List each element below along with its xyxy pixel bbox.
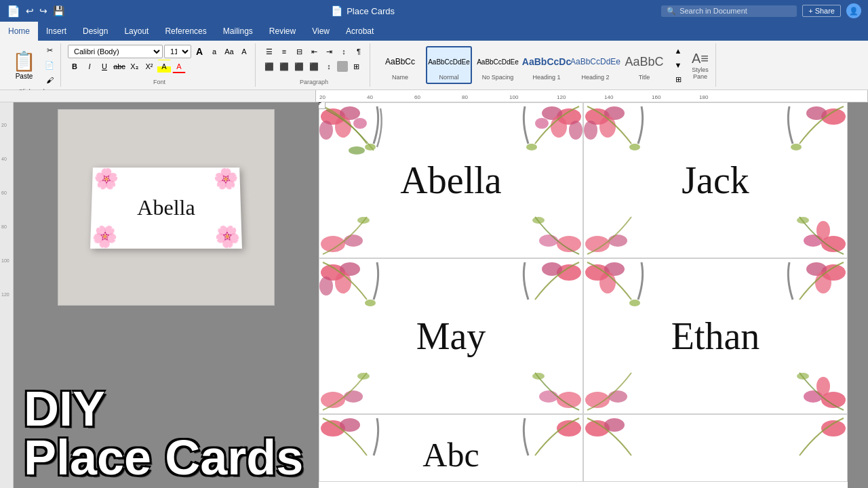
style-heading1[interactable]: AaBbCcDc Heading 1 xyxy=(524,46,570,84)
italic-button[interactable]: I xyxy=(83,60,96,73)
line-spacing-button[interactable]: ↕ xyxy=(322,60,336,73)
place-card-ethan[interactable]: Ethan xyxy=(583,258,848,414)
tab-review[interactable]: Review xyxy=(261,22,304,41)
underline-button[interactable]: U xyxy=(98,60,111,73)
place-card-partial-right[interactable] xyxy=(583,414,848,482)
align-left-button[interactable]: ⬛ xyxy=(262,60,276,73)
font-row-2: B I U abc X₂ X² A A xyxy=(68,60,186,73)
user-avatar[interactable]: 👤 xyxy=(846,3,861,18)
borders-button[interactable]: ⊞ xyxy=(349,60,363,73)
font-group-label: Font xyxy=(68,77,251,85)
diy-line2: Place Cards xyxy=(24,433,303,482)
title-center: 📄 Place Cards xyxy=(331,5,395,16)
style-h1-preview: AaBbCcDc xyxy=(522,49,571,74)
align-right-button[interactable]: ⬛ xyxy=(292,60,306,73)
undo-btn[interactable]: ↩ xyxy=(26,5,34,16)
shading-button[interactable] xyxy=(337,61,348,72)
tab-mailings[interactable]: Mailings xyxy=(215,22,261,41)
search-placeholder: Search in Document xyxy=(679,7,747,15)
show-marks-button[interactable]: ¶ xyxy=(352,45,366,58)
ruler-main: 20 40 60 80 100 120 140 160 180 xyxy=(315,90,868,102)
tab-references[interactable]: References xyxy=(157,22,214,41)
font-size-select[interactable]: 11 xyxy=(164,45,191,58)
svg-point-23 xyxy=(629,144,640,150)
svg-point-10 xyxy=(569,121,583,140)
style-name[interactable]: AaBbCc Name xyxy=(377,46,423,84)
paste-button[interactable]: 📋 Paste xyxy=(7,49,41,81)
place-card-partial-left[interactable]: Abc xyxy=(319,414,583,482)
title-right: 🔍 Search in Document + Share 👤 xyxy=(661,3,861,18)
styles-scroll-down[interactable]: ▼ xyxy=(671,58,685,72)
tab-layout[interactable]: Layout xyxy=(116,22,157,41)
styles-pane-button[interactable]: A≡ Styles Pane xyxy=(689,48,711,83)
font-grow-button[interactable]: A xyxy=(193,45,206,58)
tab-home[interactable]: Home xyxy=(0,22,38,41)
svg-point-45 xyxy=(532,373,545,380)
app-icon: 📄 xyxy=(331,5,342,16)
change-case-button[interactable]: Aa xyxy=(222,45,236,58)
subscript-button[interactable]: X₂ xyxy=(127,60,141,73)
bold-button[interactable]: B xyxy=(68,60,81,73)
tab-acrobat[interactable]: Acrobat xyxy=(338,22,382,41)
svg-point-41 xyxy=(344,390,363,403)
cut-button[interactable]: ✂ xyxy=(43,43,56,57)
font-color-button[interactable]: A xyxy=(172,60,186,73)
tab-insert[interactable]: Insert xyxy=(38,22,75,41)
save-btn[interactable]: 💾 xyxy=(53,5,64,16)
document-area: + xyxy=(319,102,868,488)
strikethrough-button[interactable]: abc xyxy=(113,60,126,73)
justify-button[interactable]: ⬛ xyxy=(307,60,321,73)
superscript-button[interactable]: X² xyxy=(142,60,156,73)
place-card-jack[interactable]: Jack xyxy=(583,102,848,258)
svg-point-4 xyxy=(353,118,367,129)
redo-btn[interactable]: ↪ xyxy=(39,5,47,16)
search-icon: 🔍 xyxy=(667,7,676,16)
document-page: + xyxy=(319,102,848,488)
style-normal-label: Normal xyxy=(439,74,458,81)
paste-icon: 📋 xyxy=(12,50,36,73)
paragraph-row-2: ⬛ ⬛ ⬛ ⬛ ↕ ⊞ xyxy=(262,60,363,73)
table-add-button[interactable]: + xyxy=(319,102,326,109)
sort-button[interactable]: ↕ xyxy=(337,45,351,58)
styles-scroll-up[interactable]: ▲ xyxy=(671,44,685,58)
increase-indent-button[interactable]: ⇥ xyxy=(322,45,336,58)
style-title[interactable]: AaBbC Title xyxy=(621,46,667,84)
svg-point-54 xyxy=(608,390,627,403)
place-card-may[interactable]: May xyxy=(319,258,583,414)
font-group: Calibri (Body) 11 A a Aa A B I U abc X₂ … xyxy=(64,43,256,87)
decrease-indent-button[interactable]: ⇤ xyxy=(307,45,321,58)
clear-format-button[interactable]: A xyxy=(237,45,251,58)
tab-view[interactable]: View xyxy=(304,22,338,41)
style-normal[interactable]: AaBbCcDdEe Normal xyxy=(426,46,472,84)
font-family-select[interactable]: Calibri (Body) xyxy=(68,45,163,58)
svg-point-11 xyxy=(535,118,549,129)
copy-button[interactable]: 📄 xyxy=(43,58,56,72)
style-heading2[interactable]: AaBbCcDdEe Heading 2 xyxy=(572,46,618,84)
search-bar[interactable]: 🔍 Search in Document xyxy=(661,5,797,17)
style-no-spacing[interactable]: AaBbCcDdEe No Spacing xyxy=(475,46,521,84)
align-center-button[interactable]: ⬛ xyxy=(277,60,291,73)
word-icon: 📄 xyxy=(7,5,20,18)
multilevel-list-button[interactable]: ⊟ xyxy=(292,45,306,58)
thumbnail-area: 🌸 🌸 🌸 🌸 Abella xyxy=(58,109,275,306)
styles-group: AaBbCc Name AaBbCcDdEe Normal AaBbCcDdEe… xyxy=(373,43,716,87)
svg-point-3 xyxy=(319,121,333,140)
svg-point-17 xyxy=(539,235,558,247)
tab-design[interactable]: Design xyxy=(75,22,116,41)
numbering-button[interactable]: ≡ xyxy=(277,45,291,58)
ruler-left-margin xyxy=(0,90,315,102)
card-name-partial: Abc xyxy=(422,435,479,474)
bullets-button[interactable]: ☰ xyxy=(262,45,276,58)
svg-point-36 xyxy=(319,277,333,296)
style-name-preview: AaBbCc xyxy=(385,49,415,74)
title-bar: 📄 ↩ ↪ 💾 📄 Place Cards 🔍 Search in Docume… xyxy=(0,0,868,22)
ruler: 20 40 60 80 100 120 140 160 180 xyxy=(0,90,868,102)
format-painter-button[interactable]: 🖌 xyxy=(43,73,56,87)
styles-expand[interactable]: ⊞ xyxy=(671,73,685,86)
styles-pane-icon: A≡ xyxy=(692,51,709,66)
text-highlight-button[interactable]: A xyxy=(157,60,171,73)
font-shrink-button[interactable]: a xyxy=(208,45,221,58)
place-card-abella[interactable]: Abella xyxy=(319,102,583,258)
ribbon-tabs: Home Insert Design Layout References Mai… xyxy=(0,22,868,41)
share-button[interactable]: + Share xyxy=(802,5,841,17)
